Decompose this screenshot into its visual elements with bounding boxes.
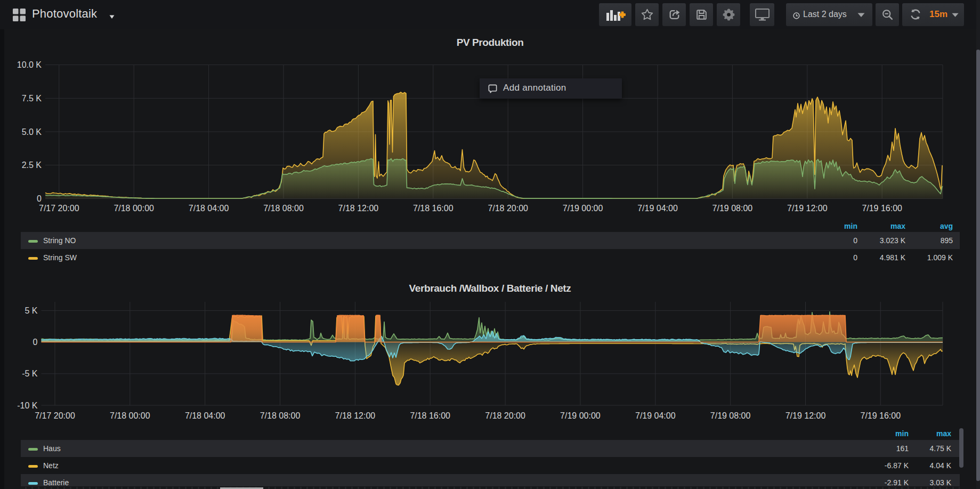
svg-text:10.0 K: 10.0 K <box>17 60 42 69</box>
svg-text:7/18 20:00: 7/18 20:00 <box>488 204 528 213</box>
svg-text:0: 0 <box>33 338 38 347</box>
svg-text:7/19 00:00: 7/19 00:00 <box>563 204 603 213</box>
svg-text:0: 0 <box>37 194 42 203</box>
svg-text:7/18 16:00: 7/18 16:00 <box>410 411 450 420</box>
svg-text:7/19 00:00: 7/19 00:00 <box>560 411 601 420</box>
svg-text:2.5 K: 2.5 K <box>22 161 42 170</box>
svg-text:-10 K: -10 K <box>17 401 38 410</box>
svg-text:7/18 00:00: 7/18 00:00 <box>110 411 150 420</box>
svg-text:7/19 08:00: 7/19 08:00 <box>710 411 751 420</box>
svg-text:7/18 08:00: 7/18 08:00 <box>260 411 301 420</box>
svg-text:7/18 16:00: 7/18 16:00 <box>413 204 453 213</box>
svg-text:7/18 12:00: 7/18 12:00 <box>338 204 379 213</box>
svg-text:7/19 04:00: 7/19 04:00 <box>637 204 678 213</box>
svg-text:-5 K: -5 K <box>22 369 38 378</box>
svg-text:7/18 04:00: 7/18 04:00 <box>185 411 225 420</box>
svg-text:7/19 16:00: 7/19 16:00 <box>862 204 902 213</box>
svg-text:5 K: 5 K <box>25 306 37 315</box>
svg-text:7/18 08:00: 7/18 08:00 <box>263 204 304 213</box>
svg-text:7/18 20:00: 7/18 20:00 <box>485 411 525 420</box>
svg-text:7/19 16:00: 7/19 16:00 <box>860 411 901 420</box>
svg-text:7/17 20:00: 7/17 20:00 <box>39 204 79 213</box>
svg-text:5.0 K: 5.0 K <box>22 127 42 137</box>
svg-text:7/18 12:00: 7/18 12:00 <box>335 411 376 420</box>
svg-text:7/19 08:00: 7/19 08:00 <box>712 204 753 213</box>
svg-text:7/17 20:00: 7/17 20:00 <box>35 411 75 420</box>
svg-text:7/18 04:00: 7/18 04:00 <box>189 204 229 213</box>
svg-text:7/18 00:00: 7/18 00:00 <box>114 204 154 213</box>
svg-text:7/19 12:00: 7/19 12:00 <box>785 411 826 420</box>
svg-text:7/19 04:00: 7/19 04:00 <box>635 411 676 420</box>
svg-text:7/19 12:00: 7/19 12:00 <box>787 204 828 213</box>
svg-text:7.5 K: 7.5 K <box>22 94 42 103</box>
